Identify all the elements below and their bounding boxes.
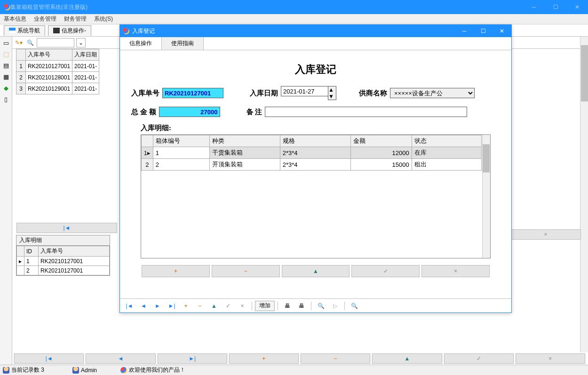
main-nav-up[interactable]: ▲ (372, 353, 442, 364)
dropdown-icon[interactable]: ⌄ (76, 38, 86, 47)
date-spinner[interactable]: ▲▼ (328, 86, 336, 100)
user-label: Admin (81, 367, 97, 374)
vbtn-4[interactable]: ▦ (2, 72, 10, 81)
dlg-search2[interactable]: 🔍 (348, 301, 361, 311)
vbtn-6[interactable]: ▯ (2, 95, 10, 103)
detail-grid[interactable]: 箱体编号 种类 规格 金额 状态 1▸ 1 干货集装箱 2*3*4 12000 … (141, 134, 491, 258)
col-status[interactable]: 状态 (412, 135, 481, 147)
dlg-nav-prev[interactable]: ◄ (137, 301, 150, 311)
main-nav-cancel[interactable]: × (516, 353, 585, 364)
tab-infoop[interactable]: 信息操作- (48, 25, 91, 36)
dialog-close[interactable]: ✕ (493, 25, 511, 37)
close-button[interactable]: ✕ (566, 0, 588, 14)
main-nav-add[interactable]: + (229, 353, 299, 364)
main-nav-first[interactable]: |◄ (14, 353, 84, 364)
input-total[interactable] (159, 107, 220, 117)
dlg-play[interactable]: ▷ (328, 301, 342, 311)
cell-spec-1[interactable]: 2*3*4 (280, 147, 350, 159)
label-doc-no: 入库单号 (131, 89, 159, 98)
dlg-del[interactable]: − (193, 301, 207, 311)
edit-button[interactable]: ✎▾ (14, 38, 24, 47)
cell-type-2[interactable]: 开顶集装箱 (209, 159, 280, 171)
welcome-label: 欢迎使用我们的产品！ (129, 366, 185, 374)
main-nav-del[interactable]: − (301, 353, 370, 364)
vbtn-2[interactable]: ⬚ (2, 50, 10, 58)
label-total: 总 金 额 (131, 108, 156, 117)
cell-status-2[interactable]: 租出 (412, 159, 481, 171)
detail-grid-label: 入库明细: (141, 124, 505, 133)
menu-business[interactable]: 业务管理 (34, 15, 56, 23)
detail-panel: 入库明细 ID入库单号 ▸1RK20210127001 2RK202101270… (16, 235, 110, 276)
cell-amount-2[interactable]: 15000 (350, 159, 412, 171)
dlg-print2[interactable]: 🖶 (295, 301, 308, 311)
main-nav-strip: |◄ ◄ ►| + − ▲ ✓ × (13, 353, 586, 365)
dialog-maximize[interactable]: ☐ (474, 25, 493, 37)
vertical-toolbar: ▭ ⬚ ▤ ▦ ◆ ▯ (0, 37, 12, 365)
col-detail-no[interactable]: 入库单号 (39, 246, 110, 257)
back-grid[interactable]: 入库单号入库日期 1RK202101270012021-01- 2RK20210… (16, 49, 110, 94)
dialog-minimize[interactable]: ─ (455, 25, 474, 37)
input-doc-no[interactable] (162, 88, 223, 98)
col-spec[interactable]: 规格 (280, 135, 350, 147)
tree-icon (9, 28, 16, 33)
tab-sysnav[interactable]: 系统导航 (4, 25, 45, 36)
input-remark[interactable] (265, 107, 467, 117)
dlg-print[interactable]: 🖶 (281, 301, 294, 311)
dialog-heading: 入库登记 (127, 62, 505, 77)
dlg-ok[interactable]: ✓ (222, 301, 235, 311)
dialog-inbound: 入库登记 ─ ☐ ✕ 信息操作 使用指南 入库登记 入库单号 入库日期 ▲▼ 供… (119, 24, 512, 313)
vbtn-3[interactable]: ▤ (2, 61, 10, 70)
filter-input[interactable] (37, 38, 74, 47)
nav-close-back[interactable]: × (510, 229, 581, 240)
detail-cancel[interactable]: × (421, 265, 490, 277)
vbtn-5[interactable]: ◆ (2, 84, 10, 92)
col-doc-no[interactable]: 入库单号 (26, 49, 72, 61)
records-label: 当前记录数 3 (11, 366, 44, 374)
label-remark: 备 注 (246, 108, 262, 117)
col-type[interactable]: 种类 (209, 135, 280, 147)
col-detail-id[interactable]: ID (24, 246, 39, 257)
dialog-title: 入库登记 (132, 27, 455, 35)
search-button[interactable]: 🔍 (25, 38, 35, 47)
dialog-tab-guide[interactable]: 使用指南 (162, 37, 204, 50)
cell-status-1[interactable]: 在库 (412, 147, 481, 159)
maximize-button[interactable]: ☐ (545, 0, 566, 14)
cell-no-1[interactable]: 1 (153, 147, 209, 159)
detail-del[interactable]: − (212, 265, 280, 277)
main-nav-last[interactable]: ►| (158, 353, 227, 364)
vbtn-1[interactable]: ▭ (2, 39, 10, 47)
main-nav-ok[interactable]: ✓ (444, 353, 514, 364)
dlg-up[interactable]: ▲ (207, 301, 221, 311)
cell-no-2[interactable]: 2 (153, 159, 209, 171)
dlg-cancel[interactable]: × (236, 301, 249, 311)
col-container-no[interactable]: 箱体编号 (153, 135, 209, 147)
main-nav-prev[interactable]: ◄ (86, 353, 155, 364)
nav-first[interactable]: |◄ (16, 223, 117, 233)
detail-heading: 入库明细 (16, 235, 110, 246)
dlg-add-text[interactable]: 增加 (255, 301, 275, 311)
main-title: 集装箱租赁管理系统(非注册版) (10, 3, 523, 11)
detail-ok[interactable]: ✓ (351, 265, 420, 277)
dlg-nav-first[interactable]: |◄ (123, 301, 136, 311)
dialog-titlebar[interactable]: 入库登记 ─ ☐ ✕ (120, 25, 511, 37)
menu-basic[interactable]: 基本信息 (4, 15, 26, 23)
main-scrollbar[interactable] (580, 37, 588, 352)
detail-up[interactable]: ▲ (282, 265, 350, 277)
cell-amount-1[interactable]: 12000 (350, 147, 412, 159)
col-amount[interactable]: 金额 (350, 135, 412, 147)
menu-system[interactable]: 系统(S) (94, 15, 113, 23)
cell-type-1[interactable]: 干货集装箱 (209, 147, 280, 159)
input-date[interactable] (281, 86, 328, 96)
dlg-add[interactable]: + (179, 301, 192, 311)
dlg-nav-next[interactable]: ► (151, 301, 164, 311)
select-supplier[interactable]: ×××××设备生产公 (390, 88, 475, 98)
minimize-button[interactable]: ─ (523, 0, 545, 14)
menu-finance[interactable]: 财务管理 (64, 15, 87, 23)
dialog-tab-info[interactable]: 信息操作 (120, 37, 162, 50)
user-icon (72, 367, 79, 374)
detail-add[interactable]: + (142, 265, 210, 277)
cell-spec-2[interactable]: 2*3*4 (280, 159, 350, 171)
col-date[interactable]: 入库日期 (72, 49, 99, 61)
dlg-nav-last[interactable]: ►| (165, 301, 178, 311)
dlg-search[interactable]: 🔍 (314, 301, 327, 311)
